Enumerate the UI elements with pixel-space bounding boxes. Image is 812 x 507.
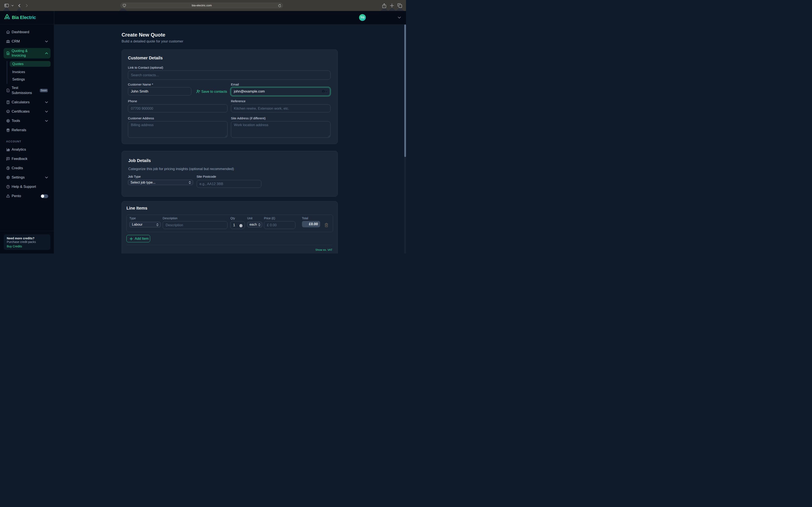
svg-text:Bia Electric: Bia Electric [12, 15, 36, 20]
